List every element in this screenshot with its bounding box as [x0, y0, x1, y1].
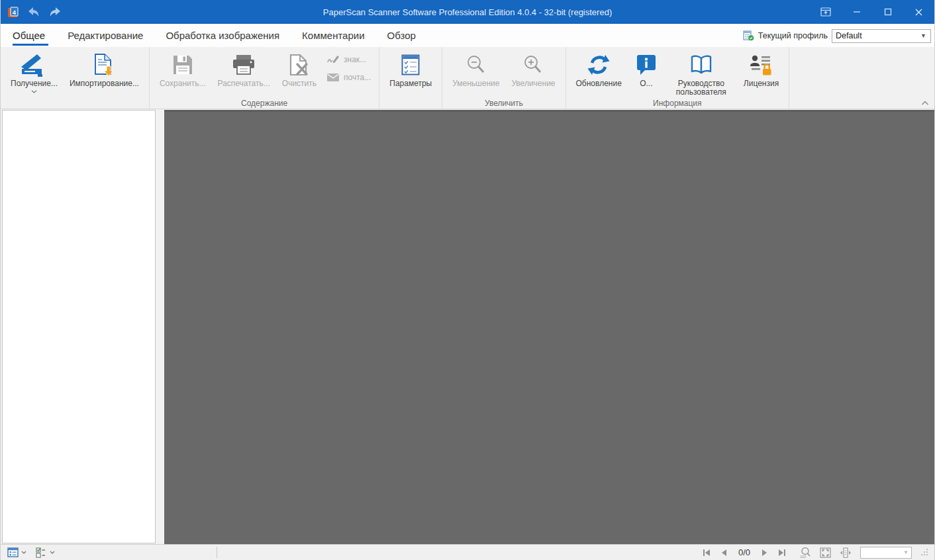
ribbon-group-content: Сохранить... Распечатать... — [150, 47, 379, 109]
options-checklist-icon — [401, 50, 420, 79]
profile-select[interactable]: Default ▼ — [832, 29, 931, 43]
zoom-level-select[interactable]: ▼ — [860, 547, 912, 559]
zoom-out-label: Уменьшение — [452, 79, 499, 88]
ribbon-display-options-icon[interactable] — [810, 0, 841, 24]
statusbar: 0/0 100 — [1, 544, 934, 560]
window-controls — [810, 0, 934, 24]
print-label: Распечатать... — [218, 79, 270, 88]
ribbon-group-caption: Увеличить — [442, 99, 565, 108]
save-button[interactable]: Сохранить... — [154, 49, 212, 88]
ribbon-group-zoom: Уменьшение Увеличение Увеличить — [442, 47, 566, 109]
zoom-out-button[interactable]: Уменьшение — [446, 49, 505, 88]
chevron-down-icon[interactable] — [31, 90, 37, 93]
refresh-icon — [587, 50, 610, 79]
tab-label: Редактирование — [68, 30, 143, 41]
close-button[interactable] — [903, 0, 934, 24]
tab-label: Общее — [13, 30, 45, 41]
clear-label: Очистить — [282, 79, 317, 88]
ribbon-tabs: Общее Редактирование Обработка изображен… — [1, 24, 427, 47]
update-button[interactable]: Обновление — [570, 49, 628, 88]
profile-list-icon — [743, 30, 754, 41]
last-page-button[interactable] — [777, 549, 787, 557]
previous-page-button[interactable] — [720, 549, 728, 557]
tab-obshchee[interactable]: Общее — [13, 24, 56, 47]
maximize-button[interactable] — [872, 0, 903, 24]
tab-obrabotka-izobrazheniya[interactable]: Обработка изображения — [154, 24, 291, 47]
next-page-button[interactable] — [761, 549, 769, 557]
save-label: Сохранить... — [160, 79, 206, 88]
selection-mode-button[interactable] — [36, 547, 55, 558]
profile-select-value: Default — [836, 31, 862, 40]
mail-envelope-icon — [326, 73, 340, 82]
about-button[interactable]: О... — [628, 49, 665, 88]
fit-page-button[interactable] — [820, 547, 831, 558]
view-mode-button[interactable] — [7, 547, 26, 557]
fit-width-button[interactable] — [840, 547, 852, 558]
mail-label: почта... — [344, 73, 371, 82]
content-small-buttons: знак... почта... — [322, 49, 375, 82]
mail-button[interactable]: почта... — [326, 73, 371, 82]
user-guide-button[interactable]: Руководство пользователя — [665, 49, 738, 97]
first-page-button[interactable] — [702, 549, 711, 557]
clear-button[interactable]: Очистить — [276, 49, 322, 88]
tab-label: Комментарии — [302, 30, 364, 41]
import-button[interactable]: Импортирование... — [64, 49, 145, 88]
options-button[interactable]: Параметры — [383, 49, 438, 88]
update-label: Обновление — [576, 79, 622, 88]
license-button[interactable]: Лицензия — [738, 49, 785, 88]
about-label: О... — [640, 79, 652, 88]
ribbon-group-acquire: Получение... Импортирование... — [1, 47, 150, 109]
app-icon[interactable]: 4 — [7, 7, 19, 18]
thumbnail-view-icon — [7, 547, 19, 557]
import-document-icon — [93, 50, 115, 79]
acquire-label: Получение... — [11, 79, 58, 88]
options-label: Параметры — [389, 79, 432, 88]
tab-obzor[interactable]: Обзор — [376, 24, 427, 47]
signature-icon — [326, 54, 340, 64]
print-button[interactable]: Распечатать... — [212, 49, 276, 88]
minimize-button[interactable] — [841, 0, 872, 24]
document-canvas[interactable] — [164, 110, 934, 544]
selection-list-icon — [36, 547, 47, 558]
statusbar-separator — [217, 547, 217, 558]
tab-label: Обзор — [387, 30, 416, 41]
chevron-down-icon: ▼ — [903, 549, 909, 555]
statusbar-left — [7, 547, 217, 558]
user-guide-book-icon — [689, 50, 713, 79]
license-label: Лицензия — [744, 79, 779, 88]
ribbon-group-caption: Информация — [566, 99, 789, 108]
user-guide-label: Руководство пользователя — [671, 79, 732, 97]
selected-tab-underline — [13, 44, 48, 46]
zoom-out-icon — [466, 50, 487, 79]
ribbon-tab-row: Общее Редактирование Обработка изображен… — [1, 24, 934, 47]
import-label: Импортирование... — [70, 79, 139, 88]
window-title: PaperScan Scanner Software Professional … — [133, 7, 802, 17]
titlebar: 4 PaperScan Scanner Software Professiona… — [1, 0, 934, 24]
save-floppy-icon — [172, 50, 193, 79]
ribbon-group-caption: Содержание — [150, 99, 379, 108]
tab-kommentarii[interactable]: Комментарии — [291, 24, 375, 47]
collapse-ribbon-chevron-up-icon[interactable] — [921, 101, 929, 105]
svg-text:100: 100 — [800, 555, 806, 559]
ribbon-group-options: Параметры — [379, 47, 442, 109]
zoom-in-label: Увеличение — [511, 79, 555, 88]
chevron-down-icon — [21, 551, 26, 554]
svg-text:4: 4 — [13, 8, 17, 15]
statusbar-right: 0/0 100 — [702, 547, 929, 559]
resize-grip[interactable] — [920, 548, 929, 557]
current-profile-area: Текущий профиль Default ▼ — [743, 27, 931, 44]
zoom-in-button[interactable]: Увеличение — [505, 49, 561, 88]
ribbon-toolbar: Получение... Импортирование... — [1, 47, 934, 109]
acquire-button[interactable]: Получение... — [5, 49, 64, 93]
thumbnail-panel[interactable] — [2, 110, 156, 543]
redo-forward-arrow-icon[interactable] — [48, 5, 62, 19]
chevron-down-icon — [50, 551, 55, 554]
clear-document-icon — [289, 50, 310, 79]
watermark-button[interactable]: знак... — [326, 54, 371, 64]
tab-redaktirovanie[interactable]: Редактирование — [56, 24, 154, 47]
current-profile-label: Текущий профиль — [758, 31, 828, 40]
tab-label: Обработка изображения — [166, 30, 279, 41]
zoom-100-button[interactable]: 100 — [799, 547, 811, 558]
undo-back-arrow-icon[interactable] — [26, 5, 41, 19]
printer-icon — [232, 50, 256, 79]
